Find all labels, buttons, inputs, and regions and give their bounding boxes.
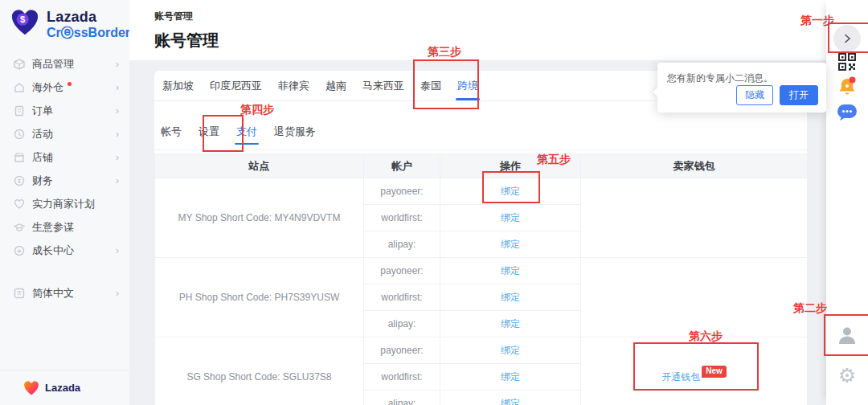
- user-profile-icon[interactable]: [836, 324, 858, 350]
- step-4-label: 第四步: [240, 103, 274, 117]
- account-type: alipay:: [364, 391, 440, 405]
- tab-indonesia[interactable]: 印度尼西亚: [208, 71, 264, 100]
- new-badge: New: [702, 366, 727, 378]
- sidebar-item-products[interactable]: 商品管理 ›: [0, 52, 129, 76]
- page-title: 账号管理: [154, 30, 219, 51]
- open-wallet-link[interactable]: 开通钱包: [661, 371, 700, 382]
- account-type: alipay:: [364, 231, 440, 258]
- medal-icon: [14, 198, 25, 210]
- open-button[interactable]: 打开: [780, 85, 818, 105]
- tab-philippines[interactable]: 菲律宾: [276, 71, 311, 100]
- subtab-payment[interactable]: 支付: [235, 125, 259, 142]
- sidebar-item-overseas-warehouse[interactable]: 海外仓 ›: [0, 76, 129, 99]
- sidebar-item-finance[interactable]: 财务 ›: [0, 169, 129, 192]
- wallet-cell-ph: [581, 258, 808, 338]
- sidebar-item-store[interactable]: 店铺 ›: [0, 145, 129, 169]
- subtab-account[interactable]: 帐号: [159, 125, 183, 142]
- subtab-return-service[interactable]: 退货服务: [272, 125, 317, 142]
- account-type: alipay:: [364, 311, 440, 338]
- sidebar-nav: 商品管理 › 海外仓 › 订单 › 活动 › 店铺 › 财务 ›: [0, 52, 129, 305]
- bind-link[interactable]: 绑定: [501, 292, 520, 303]
- chevron-right-icon: ›: [116, 129, 119, 140]
- sidebar-item-campaigns[interactable]: 活动 ›: [0, 122, 129, 145]
- chevron-right-icon: [842, 34, 852, 43]
- bind-link[interactable]: 绑定: [501, 186, 520, 197]
- sidebar: $ Lazada CrⓔssBorder 商品管理 › 海外仓 › 订单 › 活…: [0, 0, 129, 405]
- account-type: payoneer:: [364, 258, 440, 284]
- bind-link[interactable]: 绑定: [501, 265, 520, 276]
- lazada-heart-gradient-icon: [23, 380, 40, 396]
- sidebar-item-growth-center[interactable]: 成长中心 ›: [0, 239, 129, 262]
- sidebar-item-business-advisor[interactable]: 生意参谋: [0, 215, 129, 239]
- chevron-right-icon: ›: [116, 288, 119, 299]
- bind-link[interactable]: 绑定: [501, 239, 520, 250]
- main-content: 账号管理 账号管理 新加坡 印度尼西亚 菲律宾 越南 马来西亚 泰国 跨境 帐号…: [129, 0, 826, 405]
- document-icon: [14, 105, 25, 117]
- sidebar-item-orders[interactable]: 订单 ›: [0, 99, 129, 122]
- activity-icon: [14, 129, 25, 140]
- step-1-label: 第一步: [800, 14, 834, 28]
- account-type: payoneer:: [364, 178, 440, 205]
- brand-name: Lazada: [47, 10, 130, 26]
- account-type: payoneer:: [364, 338, 440, 364]
- notification-bell-icon[interactable]: [837, 76, 858, 100]
- chevron-right-icon: ›: [116, 59, 119, 70]
- svg-text:$: $: [20, 14, 26, 24]
- col-header-site: 站点: [155, 154, 364, 178]
- lazada-crossborder-logo: $ Lazada CrⓔssBorder: [0, 0, 129, 39]
- tab-vietnam[interactable]: 越南: [324, 71, 348, 100]
- step-5-label: 第五步: [537, 153, 571, 167]
- tab-crossborder[interactable]: 跨境: [456, 71, 480, 100]
- wallet-cell-sg: 开通钱包New: [581, 338, 808, 405]
- payment-accounts-table: 站点 帐户 操作 卖家钱包 MY Shop Short Code: MY4N9V…: [154, 153, 808, 405]
- account-type: worldfirst:: [364, 205, 440, 231]
- tab-malaysia[interactable]: 马来西亚: [361, 71, 406, 100]
- brand-subname: CrⓔssBorder: [47, 26, 130, 40]
- cube-icon: [14, 59, 25, 70]
- message-popup: 您有新的专属小二消息。 隐藏 打开: [657, 63, 826, 112]
- warehouse-icon: [14, 82, 25, 93]
- right-toolbar: ⚙: [826, 0, 868, 405]
- tab-thailand[interactable]: 泰国: [419, 71, 443, 100]
- hide-button[interactable]: 隐藏: [736, 85, 773, 105]
- account-type: worldfirst:: [364, 364, 440, 391]
- sidebar-item-power-merchant-program[interactable]: 实力商家计划: [0, 192, 129, 215]
- chevron-right-icon: ›: [116, 245, 119, 256]
- site-code-sg: SG Shop Short Code: SGLU37S8: [155, 338, 364, 405]
- col-header-account: 帐户: [364, 154, 440, 178]
- lazada-footer-logo: Lazada: [0, 370, 129, 405]
- account-type: worldfirst:: [364, 284, 440, 311]
- settings-gear-icon[interactable]: ⚙: [838, 366, 856, 386]
- bind-link[interactable]: 绑定: [501, 371, 520, 382]
- bind-link[interactable]: 绑定: [501, 318, 520, 329]
- popup-message: 您有新的专属小二消息。: [657, 63, 826, 85]
- chevron-right-icon: ›: [116, 152, 119, 163]
- table-row: PH Shop Short Code: PH7S39YUSW payoneer:…: [155, 258, 808, 284]
- bind-link[interactable]: 绑定: [501, 212, 520, 223]
- step-6-label: 第六步: [689, 329, 723, 344]
- site-code-my: MY Shop Short Code: MY4N9VDVTM: [155, 178, 364, 258]
- notification-dot: [68, 82, 72, 86]
- account-management-card: 新加坡 印度尼西亚 菲律宾 越南 马来西亚 泰国 跨境 帐号 设置 支付 退货服…: [154, 71, 807, 405]
- footer-brand-name: Lazada: [45, 382, 80, 394]
- chevron-right-icon: ›: [116, 175, 119, 186]
- step-2-label: 第二步: [793, 301, 827, 316]
- chevron-right-icon: ›: [116, 82, 119, 93]
- coin-icon: [14, 175, 25, 186]
- site-code-ph: PH Shop Short Code: PH7S39YUSW: [155, 258, 364, 338]
- tab-singapore[interactable]: 新加坡: [161, 71, 195, 100]
- sidebar-item-language[interactable]: 简体中文 ›: [0, 281, 129, 305]
- wallet-cell-my: [581, 178, 808, 258]
- growth-icon: [14, 245, 25, 256]
- qr-code-icon[interactable]: [838, 53, 856, 74]
- shop-icon: [14, 152, 25, 163]
- chat-bubble-icon[interactable]: [837, 103, 858, 125]
- subtab-settings[interactable]: 设置: [197, 125, 221, 142]
- step-3-label: 第三步: [428, 45, 461, 59]
- bind-link[interactable]: 绑定: [501, 345, 520, 356]
- collapse-panel-button[interactable]: [833, 25, 861, 52]
- chevron-right-icon: ›: [116, 105, 119, 117]
- graduation-cap-icon: [14, 222, 25, 233]
- bind-link[interactable]: 绑定: [501, 398, 520, 405]
- lazada-heart-icon: $: [10, 8, 40, 37]
